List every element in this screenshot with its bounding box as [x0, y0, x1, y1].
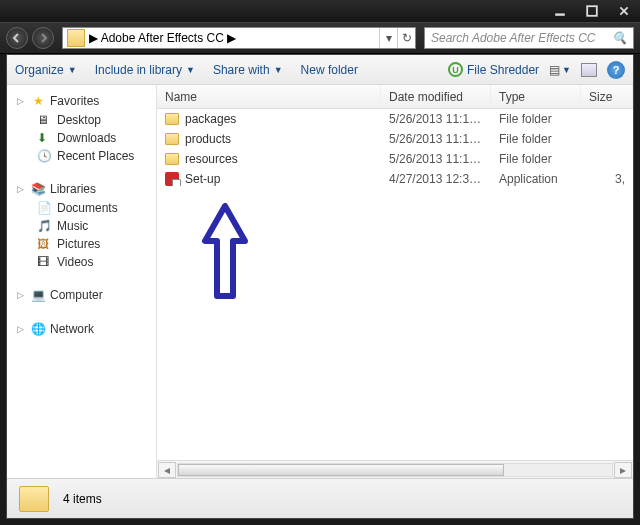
column-name[interactable]: Name	[157, 85, 381, 108]
address-dropdown[interactable]: ▾	[379, 28, 397, 48]
folder-icon	[165, 133, 179, 145]
address-bar[interactable]: ▶ Adobe After Effects CC ▶ ▾ ↻	[62, 27, 416, 49]
search-placeholder: Search Adobe After Effects CC	[431, 31, 596, 45]
file-row[interactable]: Set-up4/27/2013 12:31 AMApplication3,	[157, 169, 633, 189]
column-date[interactable]: Date modified	[381, 85, 491, 108]
file-list-pane: Name Date modified Type Size packages5/2…	[157, 85, 633, 478]
share-with-button[interactable]: Share with▼	[213, 63, 283, 77]
network-icon: 🌐	[31, 322, 45, 336]
file-name: Set-up	[185, 172, 220, 186]
sidebar-item-recent[interactable]: 🕓Recent Places	[7, 147, 156, 165]
horizontal-scrollbar[interactable]: ◂ ▸	[157, 460, 633, 478]
clock-icon: 🕓	[37, 149, 51, 163]
file-name: products	[185, 132, 231, 146]
videos-icon: 🎞	[37, 255, 51, 269]
file-row[interactable]: packages5/26/2013 11:14 AMFile folder	[157, 109, 633, 129]
maximize-button[interactable]	[576, 0, 608, 22]
file-date: 5/26/2013 11:16 AM	[381, 152, 491, 166]
organize-button[interactable]: Organize▼	[15, 63, 77, 77]
file-date: 5/26/2013 11:16 AM	[381, 132, 491, 146]
scroll-track[interactable]	[177, 463, 613, 477]
document-icon: 📄	[37, 201, 51, 215]
content-area: Organize▼ Include in library▼ Share with…	[6, 54, 634, 519]
application-icon	[165, 172, 179, 186]
include-in-library-button[interactable]: Include in library▼	[95, 63, 195, 77]
file-date: 5/26/2013 11:14 AM	[381, 112, 491, 126]
scroll-left-button[interactable]: ◂	[158, 462, 176, 478]
file-row[interactable]: products5/26/2013 11:16 AMFile folder	[157, 129, 633, 149]
file-size: 3,	[581, 172, 633, 186]
file-row[interactable]: resources5/26/2013 11:16 AMFile folder	[157, 149, 633, 169]
sidebar-item-videos[interactable]: 🎞Videos	[7, 253, 156, 271]
status-count: 4 items	[63, 492, 102, 506]
back-button[interactable]	[6, 27, 28, 49]
annotation-arrow-icon	[195, 201, 255, 311]
download-icon: ⬇	[37, 131, 51, 145]
refresh-button[interactable]: ↻	[397, 28, 415, 48]
file-date: 4/27/2013 12:31 AM	[381, 172, 491, 186]
close-button[interactable]	[608, 0, 640, 22]
sidebar-item-downloads[interactable]: ⬇Downloads	[7, 129, 156, 147]
toolbar: Organize▼ Include in library▼ Share with…	[7, 55, 633, 85]
minimize-button[interactable]	[544, 0, 576, 22]
forward-button[interactable]	[32, 27, 54, 49]
window-titlebar	[0, 0, 640, 22]
svg-rect-1	[587, 6, 597, 16]
status-bar: 4 items	[7, 478, 633, 518]
folder-icon	[165, 153, 179, 165]
file-shredder-button[interactable]: UFile Shredder	[448, 62, 539, 77]
pictures-icon: 🖼	[37, 237, 51, 251]
folder-icon	[165, 113, 179, 125]
file-type: Application	[491, 172, 581, 186]
file-type: File folder	[491, 132, 581, 146]
column-size[interactable]: Size	[581, 85, 633, 108]
sidebar-computer[interactable]: ▷💻Computer	[7, 285, 156, 305]
search-input[interactable]: Search Adobe After Effects CC 🔍	[424, 27, 634, 49]
search-icon: 🔍	[612, 31, 627, 45]
file-name: packages	[185, 112, 236, 126]
scroll-thumb[interactable]	[178, 464, 504, 476]
shredder-icon: U	[448, 62, 463, 77]
status-folder-icon	[19, 486, 49, 512]
file-type: File folder	[491, 112, 581, 126]
view-options-button[interactable]: ▤ ▼	[549, 63, 571, 77]
navigation-bar: ▶ Adobe After Effects CC ▶ ▾ ↻ Search Ad…	[0, 22, 640, 54]
computer-icon: 💻	[31, 288, 45, 302]
desktop-icon: 🖥	[37, 113, 51, 127]
folder-icon	[67, 29, 85, 47]
sidebar-favorites[interactable]: ▷★Favorites	[7, 91, 156, 111]
file-rows: packages5/26/2013 11:14 AMFile folderpro…	[157, 109, 633, 460]
file-name: resources	[185, 152, 238, 166]
sidebar-item-music[interactable]: 🎵Music	[7, 217, 156, 235]
help-button[interactable]: ?	[607, 61, 625, 79]
new-folder-button[interactable]: New folder	[301, 63, 358, 77]
libraries-icon: 📚	[31, 182, 45, 196]
column-headers: Name Date modified Type Size	[157, 85, 633, 109]
column-type[interactable]: Type	[491, 85, 581, 108]
preview-pane-button[interactable]	[581, 63, 597, 77]
sidebar-item-desktop[interactable]: 🖥Desktop	[7, 111, 156, 129]
music-icon: 🎵	[37, 219, 51, 233]
explorer-window: ▶ Adobe After Effects CC ▶ ▾ ↻ Search Ad…	[0, 0, 640, 525]
scroll-right-button[interactable]: ▸	[614, 462, 632, 478]
sidebar-network[interactable]: ▷🌐Network	[7, 319, 156, 339]
star-icon: ★	[31, 94, 45, 108]
sidebar-item-documents[interactable]: 📄Documents	[7, 199, 156, 217]
address-path: ▶ Adobe After Effects CC ▶	[89, 31, 379, 45]
file-type: File folder	[491, 152, 581, 166]
sidebar-libraries[interactable]: ▷📚Libraries	[7, 179, 156, 199]
navigation-sidebar: ▷★Favorites 🖥Desktop ⬇Downloads 🕓Recent …	[7, 85, 157, 478]
main-panel: ▷★Favorites 🖥Desktop ⬇Downloads 🕓Recent …	[7, 85, 633, 478]
sidebar-item-pictures[interactable]: 🖼Pictures	[7, 235, 156, 253]
